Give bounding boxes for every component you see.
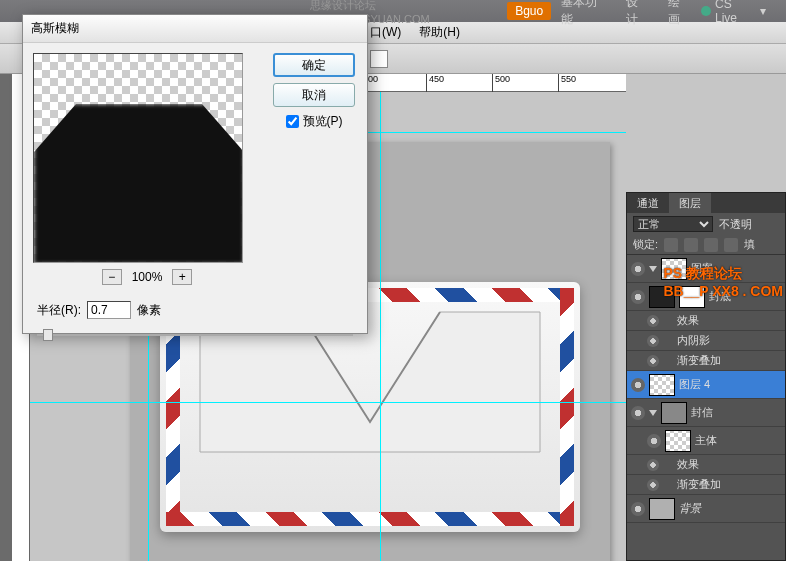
menu-window[interactable]: 口(W) xyxy=(370,24,401,41)
lock-transparent-icon[interactable] xyxy=(664,238,678,252)
layers-panel: 通道 图层 正常 不透明 锁定: 填 PS 教程论坛 BB__P XX8 . C… xyxy=(626,192,786,561)
layer-row-zhuti[interactable]: 主体 xyxy=(627,427,785,455)
left-toolbar[interactable] xyxy=(0,74,12,561)
eye-icon[interactable] xyxy=(647,434,661,448)
radius-input[interactable] xyxy=(87,301,131,319)
radius-row: 半径(R): 像素 xyxy=(23,295,367,325)
chevron-down-icon: ▾ xyxy=(760,4,766,18)
topbar-tab-paint[interactable]: 绘画 xyxy=(660,0,700,30)
eye-icon[interactable] xyxy=(647,459,659,471)
expand-icon[interactable] xyxy=(649,410,657,416)
layer-thumb xyxy=(665,430,691,452)
radius-unit: 像素 xyxy=(137,302,161,319)
preview-box[interactable] xyxy=(33,53,243,263)
preview-shape xyxy=(34,104,243,263)
eye-icon[interactable] xyxy=(631,290,645,304)
slider-track xyxy=(37,334,353,336)
topbar-tab-bguo[interactable]: Bguo xyxy=(507,2,551,20)
layer-row-fengxin[interactable]: 封信 xyxy=(627,399,785,427)
fx-row[interactable]: 渐变叠加 xyxy=(627,475,785,495)
expand-icon[interactable] xyxy=(649,266,657,272)
fx-row[interactable]: 效果 xyxy=(627,455,785,475)
layer-row-bg[interactable]: 背景 xyxy=(627,495,785,523)
layer-row-layer4[interactable]: 图层 4 xyxy=(627,371,785,399)
watermark-overlay: PS 教程论坛 BB__P XX8 . COM xyxy=(663,265,783,299)
slider-handle[interactable] xyxy=(43,329,53,341)
guide-vertical[interactable] xyxy=(380,92,381,561)
zoom-in-button[interactable]: + xyxy=(172,269,192,285)
eye-icon[interactable] xyxy=(631,378,645,392)
cslive-icon xyxy=(701,6,711,16)
cslive-menu[interactable]: CS Live ▾ xyxy=(701,0,766,25)
tab-channels[interactable]: 通道 xyxy=(627,193,669,213)
cslive-label: CS Live xyxy=(715,0,756,25)
blend-mode-select[interactable]: 正常 xyxy=(633,216,713,232)
ok-button[interactable]: 确定 xyxy=(273,53,355,77)
guide-horizontal[interactable] xyxy=(30,402,626,403)
eye-icon[interactable] xyxy=(631,406,645,420)
layer-thumb xyxy=(649,374,675,396)
radius-label: 半径(R): xyxy=(37,302,81,319)
eye-icon[interactable] xyxy=(647,335,659,347)
cancel-button[interactable]: 取消 xyxy=(273,83,355,107)
dialog-titlebar[interactable]: 高斯模糊 xyxy=(23,15,367,43)
eye-icon[interactable] xyxy=(647,355,659,367)
fx-row[interactable]: 效果 xyxy=(627,311,785,331)
zoom-out-button[interactable]: − xyxy=(102,269,122,285)
envelope-border-bottom xyxy=(166,512,574,526)
option-swatch[interactable] xyxy=(370,50,388,68)
fx-row[interactable]: 内阴影 xyxy=(627,331,785,351)
zoom-level: 100% xyxy=(132,270,163,284)
blend-mode-row: 正常 不透明 xyxy=(627,213,785,235)
topbar-tab-basic[interactable]: 基本功能 xyxy=(553,0,616,30)
eye-icon[interactable] xyxy=(647,479,659,491)
panel-tabs: 通道 图层 xyxy=(627,193,785,213)
eye-icon[interactable] xyxy=(647,315,659,327)
ruler-tick: 450 xyxy=(426,74,444,92)
tab-layers[interactable]: 图层 xyxy=(669,193,711,213)
ruler-tick: 500 xyxy=(492,74,510,92)
dialog-title: 高斯模糊 xyxy=(31,20,79,37)
fx-row[interactable]: 渐变叠加 xyxy=(627,351,785,371)
preview-checkbox-label[interactable]: 预览(P) xyxy=(286,113,343,130)
ruler-tick: 550 xyxy=(558,74,576,92)
opacity-label: 不透明 xyxy=(719,217,752,232)
lock-pixel-icon[interactable] xyxy=(684,238,698,252)
lock-position-icon[interactable] xyxy=(704,238,718,252)
eye-icon[interactable] xyxy=(631,502,645,516)
topbar-tab-design[interactable]: 设计 xyxy=(618,0,658,30)
lock-row: 锁定: 填 xyxy=(627,235,785,255)
layer-thumb xyxy=(649,498,675,520)
eye-icon[interactable] xyxy=(631,262,645,276)
menu-help[interactable]: 帮助(H) xyxy=(419,24,460,41)
folder-icon xyxy=(661,402,687,424)
fill-label: 填 xyxy=(744,237,755,252)
preview-checkbox[interactable] xyxy=(286,115,299,128)
gaussian-blur-dialog: 高斯模糊 − 100% + 确定 取消 预览(P) 半径(R): 像素 xyxy=(22,14,368,334)
lock-label: 锁定: xyxy=(633,237,658,252)
radius-slider[interactable] xyxy=(37,327,353,343)
lock-all-icon[interactable] xyxy=(724,238,738,252)
